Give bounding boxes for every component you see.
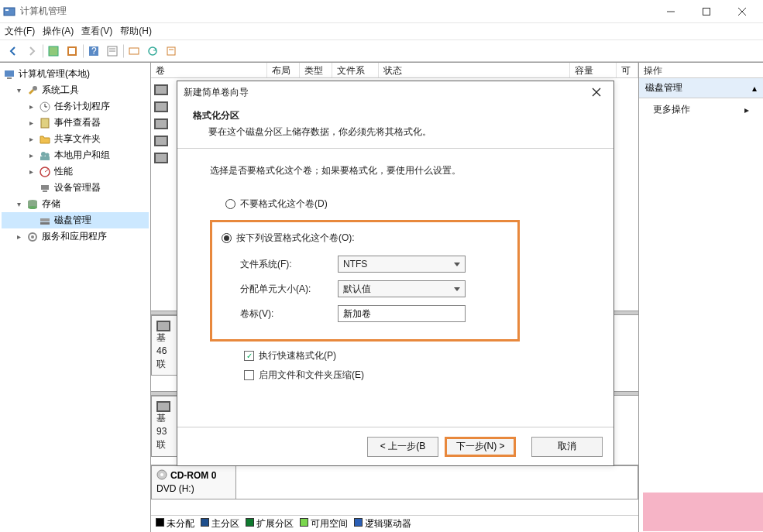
forward-button[interactable] [23,43,40,60]
drive-icon [154,118,168,129]
toolbar-icon-3[interactable] [104,43,121,60]
menu-action[interactable]: 操作(A) [43,25,74,38]
menu-view[interactable]: 查看(V) [81,25,112,38]
close-button[interactable] [724,0,760,23]
toolbar-icon-2[interactable] [64,43,81,60]
maximize-button[interactable] [689,0,724,23]
col-layout[interactable]: 布局 [267,63,300,77]
expand-icon[interactable]: ▸ [26,167,36,176]
back-button[interactable]: < 上一步(B [367,437,438,457]
refresh-icon[interactable] [144,43,161,60]
clock-icon [39,101,51,113]
svg-rect-35 [40,222,50,225]
next-button[interactable]: 下一步(N) > [445,437,516,457]
list-item[interactable] [154,101,171,112]
cancel-button[interactable]: 取消 [531,437,603,457]
list-item[interactable] [154,84,171,95]
col-fs[interactable]: 文件系统 [332,63,379,77]
tree-performance[interactable]: ▸ 性能 [2,163,149,180]
list-item[interactable] [154,136,171,146]
chevron-down-icon [454,287,460,291]
svg-rect-0 [4,8,15,15]
checkbox-label: 执行快速格式化(P) [259,349,336,362]
actions-more-label: 更多操作 [653,103,690,116]
alloc-select[interactable]: 默认值 [338,280,466,297]
cdrom-label: CD-ROM 0 [170,470,216,482]
expand-icon[interactable]: ▸ [26,118,36,127]
svg-rect-1 [5,9,9,11]
toolbar-icon-5[interactable] [163,43,180,60]
tree-services-apps[interactable]: ▸ 服务和应用程序 [2,228,149,245]
drive-icon [154,153,168,163]
expand-icon[interactable]: ▸ [14,232,23,241]
back-button[interactable] [5,43,22,60]
computer-icon [3,68,15,81]
window-titlebar: 计算机管理 [0,0,763,23]
tree-root[interactable]: 计算机管理(本地) [2,66,149,82]
menu-file[interactable]: 文件(F) [5,25,35,38]
minimize-button[interactable] [653,0,689,23]
tree-task-scheduler[interactable]: ▸ 任务计划程序 [2,98,149,115]
col-volume[interactable]: 卷 [151,63,267,77]
radio-no-format[interactable]: 不要格式化这个卷(D) [225,194,581,214]
tools-icon [26,84,39,97]
wizard-body-desc: 选择是否要格式化这个卷；如果要格式化，要使用什么设置。 [210,164,581,177]
drive-icon [156,321,170,331]
legend-extended: 扩展分区 [246,517,294,530]
chevron-down-icon [454,263,460,266]
cdrom-stub[interactable]: CD-ROM 0 DVD (H:) [151,465,236,499]
expand-icon[interactable]: ▸ [26,102,36,111]
checkbox-quick-format[interactable]: ✓ 执行快速格式化(P) [244,349,581,362]
vol-input[interactable] [338,305,466,322]
tree-disk-management[interactable]: 磁盘管理 [2,212,149,228]
svg-rect-17 [5,70,14,77]
tree-shared-folders[interactable]: ▸ 共享文件夹 [2,131,149,147]
col-free[interactable]: 可 [617,63,638,77]
wizard-footer: < 上一步(B 下一步(N) > 取消 [177,427,613,465]
collapse-icon[interactable]: ▾ [14,200,23,208]
expand-icon[interactable]: ▸ [26,135,36,143]
users-icon [39,149,51,162]
col-status[interactable]: 状态 [379,63,570,77]
folder-icon [39,133,51,146]
help-icon[interactable]: ? [85,43,102,60]
svg-rect-23 [41,118,49,128]
svg-rect-34 [40,218,50,221]
svg-rect-13 [129,48,139,54]
decorative-strip [643,493,763,531]
tree-device-manager[interactable]: 设备管理器 [2,180,149,196]
fs-label: 文件系统(F): [222,258,338,271]
separator [122,44,124,58]
tree-label: 性能 [54,165,73,178]
row-allocation: 分配单元大小(A): 默认值 [222,280,508,297]
tree-sys-tools[interactable]: ▾ 系统工具 [2,82,149,98]
toolbar-icon-4[interactable] [125,43,143,60]
menu-help[interactable]: 帮助(H) [120,25,152,38]
actions-more[interactable]: 更多操作 ▸ [639,98,763,121]
radio-icon [225,199,235,209]
list-item[interactable] [154,118,171,129]
fs-select[interactable]: NTFS [338,256,466,273]
wizard-dialog: 新建简单卷向导 格式化分区 要在这个磁盘分区上储存数据，你必须先将其格式化。 选… [177,81,614,466]
col-capacity[interactable]: 容量 [570,63,617,77]
tree-label: 服务和应用程序 [42,230,107,243]
tree-local-users[interactable]: ▸ 本地用户和组 [2,147,149,163]
actions-section-disk[interactable]: 磁盘管理 ▴ [639,78,763,98]
wizard-title-text: 新建简单卷向导 [184,86,586,99]
svg-point-24 [41,152,46,156]
tree-storage[interactable]: ▾ 存储 [2,196,149,212]
actions-header: 操作 [639,63,763,78]
legend-free: 可用空间 [300,517,348,530]
radio-label: 不要格式化这个卷(D) [240,197,328,211]
list-item[interactable] [154,153,171,163]
checkbox-compress[interactable]: 启用文件和文件夹压缩(E) [244,369,581,382]
expand-icon[interactable]: ▸ [26,151,36,160]
toolbar-icon-1[interactable] [45,43,62,60]
collapse-icon[interactable]: ▾ [14,86,23,94]
tree-event-viewer[interactable]: ▸ 事件查看器 [2,115,149,131]
col-type[interactable]: 类型 [300,63,332,77]
svg-point-33 [28,206,37,209]
volume-list-header: 卷 布局 类型 文件系统 状态 容量 可 [151,63,638,78]
wizard-close-button[interactable] [586,81,607,103]
radio-format[interactable]: 按下列设置格式化这个卷(O): [222,228,508,248]
